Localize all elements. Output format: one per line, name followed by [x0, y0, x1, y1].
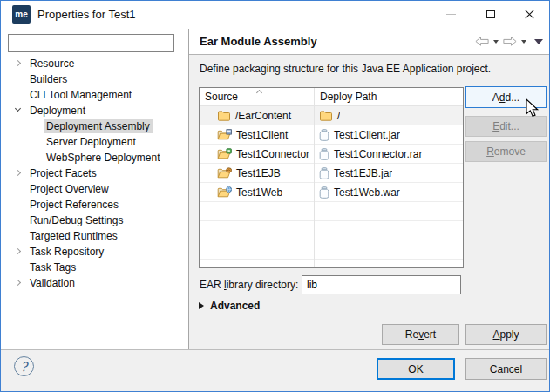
back-dropdown-icon[interactable]: [493, 40, 499, 44]
sidebar-item-builders[interactable]: Builders: [1, 71, 188, 87]
close-button[interactable]: [510, 1, 549, 28]
advanced-label: Advanced: [210, 300, 260, 312]
table-cell: Test1EJB: [200, 167, 314, 179]
sidebar-item-label: Resource: [27, 57, 77, 71]
app-icon: me: [12, 5, 31, 24]
footer: ? OK Cancel: [1, 350, 549, 391]
sidebar-item-label: Project References: [27, 198, 121, 212]
table-row-test1web[interactable]: Test1WebTest1Web.war: [200, 183, 463, 202]
folder-client-icon: [217, 129, 232, 140]
sidebar-item-deployment-assembly[interactable]: Deployment Assembly: [1, 118, 188, 134]
table-cell: Test1Web.war: [314, 186, 400, 199]
table-row-test1ejb[interactable]: Test1EJBTest1EJB.jar: [200, 164, 463, 183]
cell-text: Test1Client: [236, 129, 288, 141]
jar-icon: [319, 148, 329, 160]
properties-dialog: me Properties for Test1 ResourceBuilders…: [0, 0, 550, 392]
main-panel: Ear Module Assembly Define packaging str…: [189, 29, 550, 349]
back-arrow-icon[interactable]: [475, 37, 489, 46]
sidebar-item-label: Server Deployment: [44, 135, 139, 149]
table-cell: Test1EJB.jar: [314, 167, 392, 179]
jar-icon: [319, 129, 329, 141]
table-row-test1connector[interactable]: Test1ConnectorTest1Connector.rar: [200, 145, 463, 164]
sidebar-item-cli-tool-management[interactable]: CLI Tool Management: [1, 87, 188, 103]
forward-arrow-icon[interactable]: [503, 37, 517, 46]
question-mark-icon: ?: [21, 360, 28, 374]
table-row-earcontent[interactable]: /EarContent/: [200, 106, 463, 125]
sidebar-item-label: Deployment Assembly: [44, 119, 153, 133]
sidebar-item-run-debug-settings[interactable]: Run/Debug Settings: [1, 213, 188, 228]
filter-input[interactable]: [8, 34, 174, 52]
sidebar-item-websphere-deployment[interactable]: WebSphere Deployment: [1, 150, 188, 166]
cell-text: /EarContent: [235, 110, 291, 122]
sidebar-item-label: Builders: [27, 72, 70, 86]
cancel-button[interactable]: Cancel: [465, 358, 547, 380]
cell-text: Test1Web: [236, 186, 282, 199]
remove-button[interactable]: Remove: [465, 141, 547, 162]
cell-text: Test1EJB: [236, 167, 281, 179]
table-row-empty[interactable]: [200, 221, 463, 240]
sidebar-item-project-references[interactable]: Project References: [1, 197, 188, 213]
folder-connector-icon: [217, 148, 232, 159]
properties-tree: ResourceBuildersCLI Tool ManagementDeplo…: [1, 56, 188, 291]
minimize-icon: [446, 14, 456, 15]
sidebar-item-deployment[interactable]: Deployment: [1, 103, 188, 118]
table-row-empty[interactable]: [200, 240, 463, 260]
sidebar-item-label: Validation: [27, 276, 78, 290]
chevron-right-icon[interactable]: [15, 280, 21, 286]
page-description: Define packaging structure for this Java…: [200, 63, 491, 75]
titlebar: me Properties for Test1: [1, 1, 549, 29]
chevron-right-icon[interactable]: [15, 170, 21, 176]
page-header: Ear Module Assembly: [189, 29, 550, 55]
chevron-right-icon[interactable]: [15, 248, 21, 254]
sidebar-item-label: Deployment: [27, 104, 88, 118]
sidebar-item-project-facets[interactable]: Project Facets: [1, 166, 188, 181]
cell-text: Test1Connector: [236, 148, 309, 160]
apply-button[interactable]: Apply: [465, 324, 547, 345]
table-row-test1client[interactable]: Test1ClientTest1Client.jar: [200, 125, 463, 145]
sidebar-item-project-overview[interactable]: Project Overview: [1, 181, 188, 197]
sidebar-item-task-tags[interactable]: Task Tags: [1, 260, 188, 275]
forward-dropdown-icon[interactable]: [521, 40, 526, 44]
table-header[interactable]: Source Deploy Path: [200, 88, 463, 106]
revert-button[interactable]: Revert: [382, 324, 459, 345]
minimize-button: [431, 1, 471, 28]
sidebar-item-validation[interactable]: Validation: [1, 275, 188, 291]
table-cell: /: [314, 110, 340, 122]
advanced-toggle[interactable]: Advanced: [199, 299, 260, 313]
sidebar-item-task-repository[interactable]: Task Repository: [1, 244, 188, 260]
table-body: /EarContent/Test1ClientTest1Client.jarTe…: [200, 106, 463, 268]
sidebar-item-targeted-runtimes[interactable]: Targeted Runtimes: [1, 228, 188, 244]
sidebar: ResourceBuildersCLI Tool ManagementDeplo…: [1, 29, 188, 349]
maximize-button[interactable]: [471, 1, 510, 28]
add-button[interactable]: Add...: [465, 86, 547, 108]
jar-icon: [319, 186, 329, 199]
cell-text: Test1EJB.jar: [334, 167, 392, 179]
help-button[interactable]: ?: [14, 356, 34, 376]
edit-button[interactable]: Edit...: [465, 116, 547, 137]
ear-library-input[interactable]: [302, 275, 461, 294]
sidebar-item-label: WebSphere Deployment: [44, 151, 163, 165]
column-header-deploy-path[interactable]: Deploy Path: [314, 91, 377, 103]
table-row-empty[interactable]: [200, 202, 463, 221]
cell-text: /: [337, 110, 340, 122]
maximize-icon: [486, 10, 495, 18]
table-row-empty[interactable]: [200, 260, 463, 268]
sidebar-item-resource[interactable]: Resource: [1, 56, 188, 71]
cell-text: Test1Connector.rar: [334, 148, 422, 160]
folder-web-icon: [217, 186, 232, 198]
table-cell: /EarContent: [200, 110, 314, 122]
sidebar-item-label: Targeted Runtimes: [27, 229, 120, 243]
ok-button[interactable]: OK: [377, 358, 455, 380]
sidebar-item-label: Task Tags: [27, 260, 78, 274]
cell-text: Test1Web.war: [334, 186, 400, 199]
chevron-right-icon[interactable]: [15, 60, 21, 66]
view-menu-icon[interactable]: [534, 39, 543, 44]
sidebar-item-server-deployment[interactable]: Server Deployment: [1, 134, 188, 150]
cell-text: Test1Client.jar: [334, 129, 400, 141]
sidebar-item-label: Run/Debug Settings: [27, 213, 126, 227]
chevron-down-icon[interactable]: [15, 105, 21, 112]
page-title: Ear Module Assembly: [200, 29, 317, 54]
table-cell: Test1Client.jar: [314, 129, 400, 141]
sidebar-item-label: Project Overview: [27, 182, 112, 196]
assembly-table[interactable]: Source Deploy Path /EarContent/Test1Clie…: [199, 87, 464, 268]
